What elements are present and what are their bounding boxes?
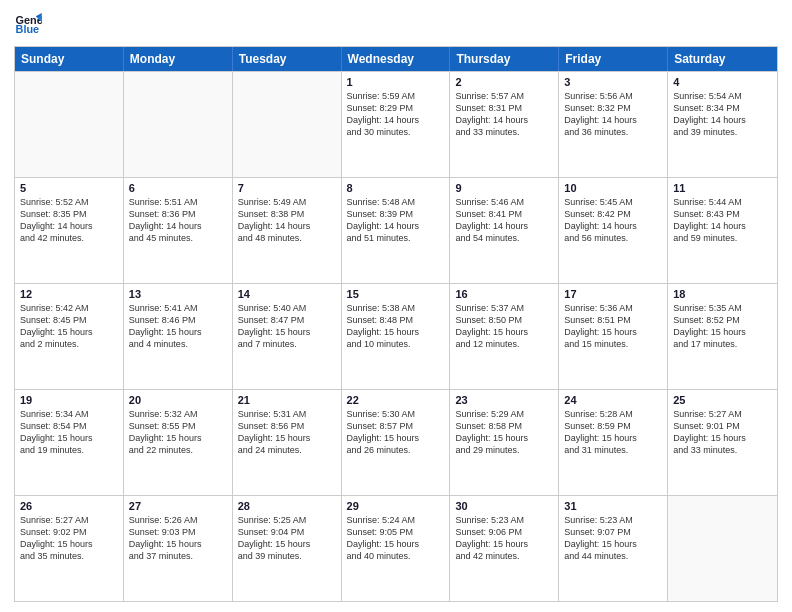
day-number: 16	[455, 288, 553, 300]
day-info: Sunrise: 5:40 AM Sunset: 8:47 PM Dayligh…	[238, 302, 336, 351]
day-info: Sunrise: 5:48 AM Sunset: 8:39 PM Dayligh…	[347, 196, 445, 245]
empty-cell-0-1	[124, 72, 233, 177]
day-cell-29: 29Sunrise: 5:24 AM Sunset: 9:05 PM Dayli…	[342, 496, 451, 601]
day-info: Sunrise: 5:34 AM Sunset: 8:54 PM Dayligh…	[20, 408, 118, 457]
day-info: Sunrise: 5:41 AM Sunset: 8:46 PM Dayligh…	[129, 302, 227, 351]
day-cell-13: 13Sunrise: 5:41 AM Sunset: 8:46 PM Dayli…	[124, 284, 233, 389]
header-cell-tuesday: Tuesday	[233, 47, 342, 71]
day-number: 28	[238, 500, 336, 512]
day-cell-17: 17Sunrise: 5:36 AM Sunset: 8:51 PM Dayli…	[559, 284, 668, 389]
header-cell-thursday: Thursday	[450, 47, 559, 71]
day-number: 15	[347, 288, 445, 300]
day-number: 10	[564, 182, 662, 194]
day-info: Sunrise: 5:27 AM Sunset: 9:01 PM Dayligh…	[673, 408, 772, 457]
day-cell-2: 2Sunrise: 5:57 AM Sunset: 8:31 PM Daylig…	[450, 72, 559, 177]
day-number: 1	[347, 76, 445, 88]
header-cell-sunday: Sunday	[15, 47, 124, 71]
day-info: Sunrise: 5:51 AM Sunset: 8:36 PM Dayligh…	[129, 196, 227, 245]
day-info: Sunrise: 5:24 AM Sunset: 9:05 PM Dayligh…	[347, 514, 445, 563]
day-cell-7: 7Sunrise: 5:49 AM Sunset: 8:38 PM Daylig…	[233, 178, 342, 283]
day-number: 13	[129, 288, 227, 300]
day-number: 19	[20, 394, 118, 406]
calendar-row-4: 26Sunrise: 5:27 AM Sunset: 9:02 PM Dayli…	[15, 495, 777, 601]
day-cell-26: 26Sunrise: 5:27 AM Sunset: 9:02 PM Dayli…	[15, 496, 124, 601]
day-number: 11	[673, 182, 772, 194]
day-info: Sunrise: 5:42 AM Sunset: 8:45 PM Dayligh…	[20, 302, 118, 351]
day-number: 25	[673, 394, 772, 406]
day-info: Sunrise: 5:57 AM Sunset: 8:31 PM Dayligh…	[455, 90, 553, 139]
day-cell-20: 20Sunrise: 5:32 AM Sunset: 8:55 PM Dayli…	[124, 390, 233, 495]
day-number: 6	[129, 182, 227, 194]
day-cell-6: 6Sunrise: 5:51 AM Sunset: 8:36 PM Daylig…	[124, 178, 233, 283]
day-cell-21: 21Sunrise: 5:31 AM Sunset: 8:56 PM Dayli…	[233, 390, 342, 495]
day-cell-12: 12Sunrise: 5:42 AM Sunset: 8:45 PM Dayli…	[15, 284, 124, 389]
day-number: 27	[129, 500, 227, 512]
day-cell-25: 25Sunrise: 5:27 AM Sunset: 9:01 PM Dayli…	[668, 390, 777, 495]
day-number: 12	[20, 288, 118, 300]
day-cell-3: 3Sunrise: 5:56 AM Sunset: 8:32 PM Daylig…	[559, 72, 668, 177]
logo-icon: General Blue	[14, 10, 42, 38]
day-info: Sunrise: 5:52 AM Sunset: 8:35 PM Dayligh…	[20, 196, 118, 245]
day-info: Sunrise: 5:44 AM Sunset: 8:43 PM Dayligh…	[673, 196, 772, 245]
day-info: Sunrise: 5:36 AM Sunset: 8:51 PM Dayligh…	[564, 302, 662, 351]
day-cell-9: 9Sunrise: 5:46 AM Sunset: 8:41 PM Daylig…	[450, 178, 559, 283]
day-number: 17	[564, 288, 662, 300]
day-cell-22: 22Sunrise: 5:30 AM Sunset: 8:57 PM Dayli…	[342, 390, 451, 495]
day-number: 29	[347, 500, 445, 512]
day-number: 26	[20, 500, 118, 512]
day-cell-19: 19Sunrise: 5:34 AM Sunset: 8:54 PM Dayli…	[15, 390, 124, 495]
day-info: Sunrise: 5:56 AM Sunset: 8:32 PM Dayligh…	[564, 90, 662, 139]
page: General Blue SundayMondayTuesdayWednesda…	[0, 0, 792, 612]
day-cell-1: 1Sunrise: 5:59 AM Sunset: 8:29 PM Daylig…	[342, 72, 451, 177]
day-number: 3	[564, 76, 662, 88]
day-info: Sunrise: 5:23 AM Sunset: 9:06 PM Dayligh…	[455, 514, 553, 563]
calendar-row-3: 19Sunrise: 5:34 AM Sunset: 8:54 PM Dayli…	[15, 389, 777, 495]
day-cell-8: 8Sunrise: 5:48 AM Sunset: 8:39 PM Daylig…	[342, 178, 451, 283]
day-number: 9	[455, 182, 553, 194]
day-number: 22	[347, 394, 445, 406]
day-info: Sunrise: 5:32 AM Sunset: 8:55 PM Dayligh…	[129, 408, 227, 457]
logo: General Blue	[14, 10, 46, 38]
day-info: Sunrise: 5:49 AM Sunset: 8:38 PM Dayligh…	[238, 196, 336, 245]
empty-cell-0-0	[15, 72, 124, 177]
day-number: 24	[564, 394, 662, 406]
day-number: 8	[347, 182, 445, 194]
day-info: Sunrise: 5:37 AM Sunset: 8:50 PM Dayligh…	[455, 302, 553, 351]
day-cell-5: 5Sunrise: 5:52 AM Sunset: 8:35 PM Daylig…	[15, 178, 124, 283]
day-cell-16: 16Sunrise: 5:37 AM Sunset: 8:50 PM Dayli…	[450, 284, 559, 389]
day-cell-28: 28Sunrise: 5:25 AM Sunset: 9:04 PM Dayli…	[233, 496, 342, 601]
day-info: Sunrise: 5:38 AM Sunset: 8:48 PM Dayligh…	[347, 302, 445, 351]
day-cell-27: 27Sunrise: 5:26 AM Sunset: 9:03 PM Dayli…	[124, 496, 233, 601]
day-cell-24: 24Sunrise: 5:28 AM Sunset: 8:59 PM Dayli…	[559, 390, 668, 495]
calendar: SundayMondayTuesdayWednesdayThursdayFrid…	[14, 46, 778, 602]
day-number: 5	[20, 182, 118, 194]
calendar-row-1: 5Sunrise: 5:52 AM Sunset: 8:35 PM Daylig…	[15, 177, 777, 283]
day-number: 2	[455, 76, 553, 88]
day-info: Sunrise: 5:27 AM Sunset: 9:02 PM Dayligh…	[20, 514, 118, 563]
day-info: Sunrise: 5:35 AM Sunset: 8:52 PM Dayligh…	[673, 302, 772, 351]
day-cell-11: 11Sunrise: 5:44 AM Sunset: 8:43 PM Dayli…	[668, 178, 777, 283]
day-info: Sunrise: 5:46 AM Sunset: 8:41 PM Dayligh…	[455, 196, 553, 245]
day-number: 4	[673, 76, 772, 88]
header: General Blue	[14, 10, 778, 38]
day-number: 20	[129, 394, 227, 406]
day-cell-10: 10Sunrise: 5:45 AM Sunset: 8:42 PM Dayli…	[559, 178, 668, 283]
header-cell-saturday: Saturday	[668, 47, 777, 71]
header-cell-friday: Friday	[559, 47, 668, 71]
svg-text:Blue: Blue	[16, 23, 40, 35]
header-cell-monday: Monday	[124, 47, 233, 71]
day-number: 30	[455, 500, 553, 512]
day-cell-31: 31Sunrise: 5:23 AM Sunset: 9:07 PM Dayli…	[559, 496, 668, 601]
day-number: 21	[238, 394, 336, 406]
day-number: 23	[455, 394, 553, 406]
day-info: Sunrise: 5:29 AM Sunset: 8:58 PM Dayligh…	[455, 408, 553, 457]
day-info: Sunrise: 5:30 AM Sunset: 8:57 PM Dayligh…	[347, 408, 445, 457]
day-cell-18: 18Sunrise: 5:35 AM Sunset: 8:52 PM Dayli…	[668, 284, 777, 389]
day-info: Sunrise: 5:25 AM Sunset: 9:04 PM Dayligh…	[238, 514, 336, 563]
day-number: 31	[564, 500, 662, 512]
day-number: 14	[238, 288, 336, 300]
day-info: Sunrise: 5:54 AM Sunset: 8:34 PM Dayligh…	[673, 90, 772, 139]
day-info: Sunrise: 5:59 AM Sunset: 8:29 PM Dayligh…	[347, 90, 445, 139]
day-cell-23: 23Sunrise: 5:29 AM Sunset: 8:58 PM Dayli…	[450, 390, 559, 495]
day-info: Sunrise: 5:31 AM Sunset: 8:56 PM Dayligh…	[238, 408, 336, 457]
